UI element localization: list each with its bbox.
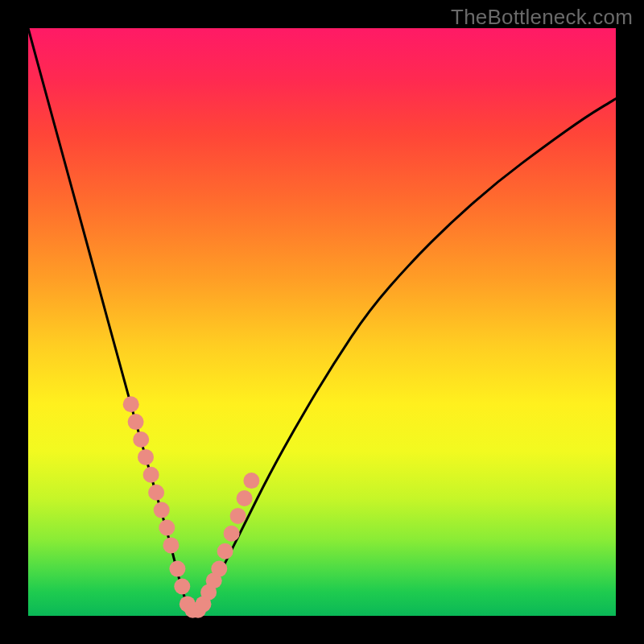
watermark-text: TheBottleneck.com bbox=[451, 5, 633, 30]
data-dot bbox=[211, 561, 227, 577]
data-dots bbox=[123, 396, 260, 618]
data-dot bbox=[174, 579, 190, 595]
data-dot bbox=[148, 485, 164, 501]
data-dot bbox=[159, 520, 175, 536]
chart-svg bbox=[28, 28, 616, 616]
data-dot bbox=[224, 526, 240, 542]
data-dot bbox=[163, 537, 179, 553]
bottleneck-curve bbox=[28, 28, 616, 610]
data-dot bbox=[143, 467, 159, 483]
data-dot bbox=[128, 414, 144, 430]
chart-container: TheBottleneck.com bbox=[0, 0, 644, 644]
data-dot bbox=[138, 449, 154, 465]
data-dot bbox=[217, 543, 233, 559]
data-dot bbox=[154, 502, 170, 518]
data-dot bbox=[133, 431, 149, 448]
data-dot bbox=[123, 396, 139, 412]
data-dot bbox=[243, 473, 259, 489]
data-dot bbox=[169, 561, 185, 577]
data-dot bbox=[237, 490, 253, 506]
data-dot bbox=[230, 508, 246, 524]
